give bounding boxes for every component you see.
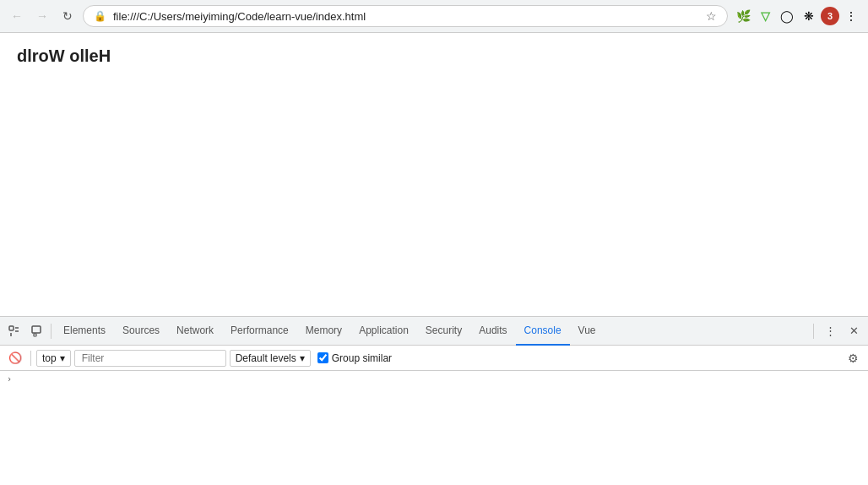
back-button[interactable]: ← [7, 6, 27, 26]
svg-rect-1 [32, 326, 41, 333]
secure-icon: 🔒 [94, 10, 106, 22]
log-level-selector[interactable]: Default levels ▾ [230, 350, 311, 367]
forward-button[interactable]: → [32, 6, 52, 26]
group-similar-label[interactable]: Group similar [317, 352, 392, 364]
browser-chrome: ← → ↻ 🔒 ☆ 🌿 ▽ ◯ ❋ 3 ⋮ [0, 0, 868, 33]
ext-icon-5[interactable]: 3 [821, 7, 839, 25]
devtools-tabs-bar: Elements Sources Network Performance Mem… [0, 317, 868, 346]
clear-console-button[interactable]: 🚫 [5, 348, 25, 368]
tab-vue[interactable]: Vue [570, 317, 605, 346]
browser-toolbar: ← → ↻ 🔒 ☆ 🌿 ▽ ◯ ❋ 3 ⋮ [0, 0, 868, 32]
console-chevron-icon: › [7, 374, 12, 384]
tab-security[interactable]: Security [417, 317, 470, 346]
tab-application[interactable]: Application [350, 317, 417, 346]
console-settings-button[interactable]: ⚙ [843, 348, 863, 368]
console-toolbar: 🚫 top ▾ Default levels ▾ Group similar ⚙ [0, 346, 868, 371]
inspect-element-button[interactable] [3, 320, 25, 342]
console-filter-input[interactable] [74, 350, 226, 367]
ext-icon-1[interactable]: 🌿 [733, 6, 753, 26]
tab-audits[interactable]: Audits [470, 317, 515, 346]
devtools-tab-more: ⋮ ✕ [810, 320, 865, 342]
ext-icon-3[interactable]: ◯ [777, 6, 797, 26]
tab-network[interactable]: Network [168, 317, 222, 346]
context-label: top [42, 352, 57, 364]
ext-icon-4[interactable]: ❋ [799, 6, 819, 26]
tab-memory[interactable]: Memory [297, 317, 350, 346]
close-devtools-button[interactable]: ✕ [843, 320, 865, 342]
context-selector[interactable]: top ▾ [36, 350, 71, 367]
address-input[interactable] [113, 10, 699, 23]
svg-rect-0 [9, 326, 14, 330]
tab-separator-1 [51, 324, 52, 339]
page-heading: dlroW olleH [17, 46, 851, 66]
tab-performance[interactable]: Performance [222, 317, 297, 346]
extension-icons: 🌿 ▽ ◯ ❋ 3 ⋮ [733, 6, 861, 26]
tab-console[interactable]: Console [516, 317, 570, 346]
device-toolbar-button[interactable] [25, 320, 47, 342]
page-content: dlroW olleH [0, 33, 868, 315]
console-prompt[interactable]: › [7, 374, 861, 384]
log-level-label: Default levels [236, 352, 296, 364]
devtools-panel: Elements Sources Network Performance Mem… [0, 316, 868, 485]
svg-rect-2 [34, 334, 36, 336]
tab-elements[interactable]: Elements [55, 317, 114, 346]
console-separator-1 [30, 351, 31, 366]
group-similar-text: Group similar [332, 352, 392, 364]
log-level-dropdown-icon: ▾ [300, 352, 305, 364]
group-similar-checkbox[interactable] [317, 352, 328, 363]
tab-separator-2 [813, 324, 814, 339]
address-bar: 🔒 ☆ [83, 5, 728, 27]
reload-button[interactable]: ↻ [57, 6, 78, 26]
console-content: › [0, 371, 868, 387]
more-tabs-button[interactable]: ⋮ [819, 320, 841, 342]
ext-more-button[interactable]: ⋮ [841, 6, 861, 26]
ext-icon-2[interactable]: ▽ [755, 6, 775, 26]
context-dropdown-icon: ▾ [60, 352, 65, 364]
tab-sources[interactable]: Sources [114, 317, 168, 346]
bookmark-icon[interactable]: ☆ [706, 9, 717, 23]
